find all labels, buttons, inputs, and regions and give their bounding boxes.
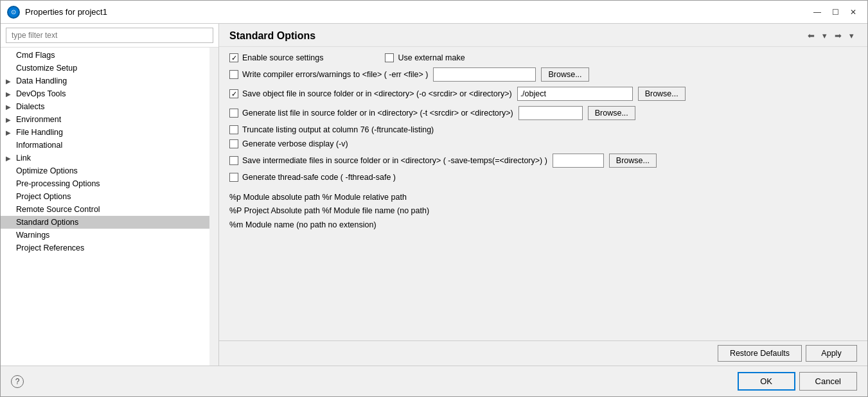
write-compiler-errors-checkbox[interactable] [229, 70, 238, 79]
generate-list-input[interactable] [518, 106, 583, 120]
sidebar-item-label: Pre-processing Options [16, 179, 100, 188]
save-intermediate-checkbox[interactable] [229, 156, 238, 165]
option-row-enable-source: Enable source settings Use external make [229, 53, 857, 62]
sidebar-item-label: Project Options [16, 192, 71, 201]
save-object-row: Save object file in source folder or in … [229, 87, 857, 101]
sidebar-item-data-handling[interactable]: ▶ Data Handling [1, 75, 209, 87]
save-object-file-checkbox[interactable] [229, 89, 238, 98]
generate-verbose-checkbox[interactable] [229, 139, 238, 148]
sidebar-item-optimize-options[interactable]: Optimize Options [1, 164, 209, 177]
dropdown2-icon: ▾ [849, 31, 854, 40]
save-object-input[interactable] [517, 87, 633, 101]
write-compiler-errors-text: Write compiler errors/warnings to <file>… [242, 70, 428, 79]
tree-area: Cmd Flags Customize Setup ▶ Data Handlin… [1, 48, 218, 366]
sidebar-item-environment[interactable]: ▶ Environment [1, 113, 209, 126]
option-row-verbose: Generate verbose display (-v) [229, 139, 857, 148]
generate-list-file-label[interactable]: Generate list file in source folder or i… [229, 109, 513, 118]
sidebar-item-remote-source-control[interactable]: Remote Source Control [1, 203, 209, 216]
sidebar-item-file-handling[interactable]: ▶ File Handling [1, 126, 209, 139]
sidebar-item-label: Customize Setup [16, 64, 77, 73]
save-intermediate-row: Save intermediate files in source folder… [229, 154, 857, 168]
bottom-bar: Restore Defaults Apply [219, 340, 867, 366]
sidebar-item-label: Cmd Flags [16, 51, 55, 60]
forward-button[interactable]: ➡ [831, 29, 845, 42]
write-errors-browse-button[interactable]: Browse... [541, 67, 589, 82]
save-intermediate-text: Save intermediate files in source folder… [242, 156, 547, 165]
option-row-thread-safe: Generate thread-safe code ( -fthread-saf… [229, 173, 857, 182]
generate-verbose-label[interactable]: Generate verbose display (-v) [229, 139, 348, 148]
sidebar-item-devops-tools[interactable]: ▶ DevOps Tools [1, 87, 209, 100]
restore-defaults-button[interactable]: Restore Defaults [718, 345, 802, 362]
info-line1: %p Module absolute path %r Module relati… [229, 191, 857, 204]
info-text: %p Module absolute path %r Module relati… [229, 191, 857, 232]
back-button[interactable]: ⬅ [804, 29, 818, 42]
dropdown1-button[interactable]: ▾ [819, 29, 830, 42]
save-object-browse-button[interactable]: Browse... [638, 87, 686, 101]
sidebar-item-project-references[interactable]: Project References [1, 242, 209, 254]
main-header: Standard Options ⬅ ▾ ➡ ▾ [219, 24, 867, 47]
toolbar-icons: ⬅ ▾ ➡ ▾ [804, 29, 857, 42]
use-external-make-checkbox[interactable] [385, 53, 394, 62]
sidebar-item-link[interactable]: ▶ Link [1, 152, 209, 164]
minimize-button[interactable]: — [810, 6, 825, 19]
sidebar-scrollbar[interactable] [209, 48, 218, 366]
dropdown1-icon: ▾ [822, 31, 827, 40]
generate-verbose-text: Generate verbose display (-v) [242, 139, 348, 148]
filter-input[interactable] [6, 28, 213, 43]
save-intermediate-label[interactable]: Save intermediate files in source folder… [229, 156, 547, 165]
truncate-listing-checkbox[interactable] [229, 125, 238, 134]
enable-source-settings-checkbox[interactable] [229, 53, 238, 62]
sidebar-item-warnings[interactable]: Warnings [1, 229, 209, 242]
write-errors-row: Write compiler errors/warnings to <file>… [229, 67, 857, 82]
use-external-make-label[interactable]: Use external make [385, 53, 465, 62]
sidebar-item-informational[interactable]: Informational [1, 139, 209, 152]
sidebar-item-label: Remote Source Control [16, 205, 100, 214]
cancel-button[interactable]: Cancel [799, 372, 857, 391]
sidebar-item-project-options[interactable]: Project Options [1, 190, 209, 203]
expand-arrow-icon: ▶ [6, 103, 13, 110]
generate-thread-safe-text: Generate thread-safe code ( -fthread-saf… [242, 173, 396, 182]
sidebar-item-label: Optimize Options [16, 166, 78, 175]
sidebar-item-label: Informational [16, 141, 62, 150]
generate-list-browse-button[interactable]: Browse... [588, 106, 635, 120]
generate-list-file-text: Generate list file in source folder or i… [242, 109, 513, 118]
info-line3: %m Module name (no path no extension) [229, 218, 857, 232]
sidebar-item-preprocessing-options[interactable]: Pre-processing Options [1, 177, 209, 190]
sidebar-item-standard-options[interactable]: Standard Options [1, 216, 209, 229]
sidebar-item-label: Warnings [16, 231, 49, 240]
dialog-icon: ⊙ [7, 6, 20, 19]
save-object-file-label[interactable]: Save object file in source folder or in … [229, 89, 512, 98]
tree-items: Cmd Flags Customize Setup ▶ Data Handlin… [1, 48, 209, 256]
sidebar-item-dialects[interactable]: ▶ Dialects [1, 100, 209, 113]
sidebar-item-label: Dialects [16, 102, 44, 111]
sidebar-item-label: Data Handling [16, 76, 67, 85]
maximize-button[interactable]: ☐ [828, 6, 843, 19]
sidebar-item-customize-setup[interactable]: Customize Setup [1, 62, 209, 75]
write-compiler-errors-label[interactable]: Write compiler errors/warnings to <file>… [229, 70, 428, 79]
option-row-write-errors: Write compiler errors/warnings to <file>… [229, 67, 857, 82]
sidebar-item-label: Environment [16, 115, 61, 124]
expand-arrow-icon: ▶ [6, 91, 13, 98]
truncate-listing-label[interactable]: Truncate listing output at column 76 (-f… [229, 125, 434, 134]
ok-button[interactable]: OK [738, 372, 795, 391]
filter-box [1, 24, 218, 48]
help-button[interactable]: ? [11, 375, 24, 388]
option-row-generate-list: Generate list file in source folder or i… [229, 106, 857, 120]
write-errors-input[interactable] [433, 67, 536, 82]
generate-list-file-checkbox[interactable] [229, 109, 238, 118]
save-intermediate-input[interactable] [553, 154, 604, 168]
generate-list-row: Generate list file in source folder or i… [229, 106, 857, 120]
generate-thread-safe-checkbox[interactable] [229, 173, 238, 182]
sidebar-item-cmd-flags[interactable]: Cmd Flags [1, 49, 209, 62]
enable-source-settings-label[interactable]: Enable source settings [229, 53, 323, 62]
apply-button[interactable]: Apply [806, 345, 857, 362]
dropdown2-button[interactable]: ▾ [846, 29, 857, 42]
section-title: Standard Options [229, 30, 315, 42]
close-button[interactable]: ✕ [846, 6, 861, 19]
sidebar: Cmd Flags Customize Setup ▶ Data Handlin… [1, 24, 219, 366]
save-intermediate-browse-button[interactable]: Browse... [609, 154, 657, 168]
generate-thread-safe-label[interactable]: Generate thread-safe code ( -fthread-saf… [229, 173, 396, 182]
content-area: Cmd Flags Customize Setup ▶ Data Handlin… [1, 24, 867, 366]
sidebar-item-label: File Handling [16, 128, 63, 137]
footer-right: OK Cancel [738, 372, 857, 391]
